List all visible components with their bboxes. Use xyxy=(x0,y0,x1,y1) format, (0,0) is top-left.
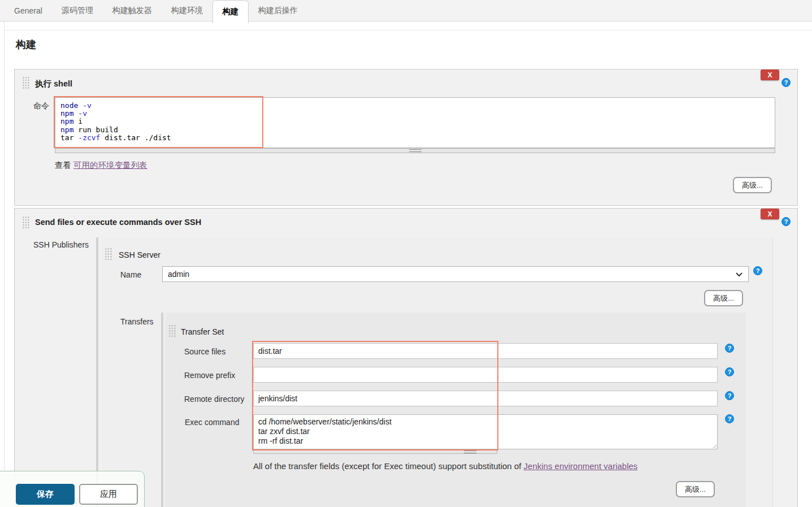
ssh-server-selected-value: admin xyxy=(168,270,189,279)
jenkins-job-config-page: General 源码管理 构建触发器 构建环境 构建 构建后操作 构建 执行 s… xyxy=(0,0,812,507)
source-files-label: Source files xyxy=(184,347,225,356)
transfer-set-panel xyxy=(166,313,746,507)
remote-directory-label: Remote directory xyxy=(184,395,245,404)
ssh-step-help-icon[interactable]: ? xyxy=(781,217,791,226)
drag-handle-icon[interactable] xyxy=(22,216,30,229)
drag-handle-icon[interactable] xyxy=(105,248,112,261)
drag-handle-icon[interactable] xyxy=(168,324,176,338)
shell-command-editor[interactable]: node -vnpm -vnpm inpm run buildtar -zcvf… xyxy=(55,97,775,148)
remote-directory-help-icon[interactable]: ? xyxy=(725,391,734,400)
transfer-substitution-note: All of the transfer fields (except for E… xyxy=(253,461,637,471)
ssh-publishers-nesting-bar xyxy=(96,237,98,507)
delete-shell-step-button[interactable]: X xyxy=(761,70,779,80)
config-tab-bar: General 源码管理 构建触发器 构建环境 构建 构建后操作 xyxy=(0,0,812,21)
delete-ssh-step-button[interactable]: X xyxy=(761,209,779,219)
ssh-server-advanced-button[interactable]: 高级... xyxy=(704,290,743,306)
remote-directory-input[interactable] xyxy=(253,391,718,406)
shell-step-title: 执行 shell xyxy=(35,79,72,89)
tab-build-triggers[interactable]: 构建触发器 xyxy=(103,0,162,21)
tab-build[interactable]: 构建 xyxy=(212,0,249,23)
transfer-set-title: Transfer Set xyxy=(181,327,224,336)
remove-prefix-label: Remove prefix xyxy=(184,371,235,380)
shell-advanced-button[interactable]: 高级... xyxy=(733,177,772,193)
exec-command-textarea[interactable]: cd /home/webserver/static/jenkins/dist t… xyxy=(253,414,718,449)
exec-command-help-icon[interactable]: ? xyxy=(725,414,734,423)
transfer-advanced-button[interactable]: 高级... xyxy=(676,481,715,497)
tab-general[interactable]: General xyxy=(5,0,52,21)
apply-button[interactable]: 应用 xyxy=(79,484,138,505)
env-variables-hint: 查看 可用的环境变量列表 xyxy=(55,160,147,171)
content-top-divider xyxy=(4,30,812,31)
transfers-nesting-bar xyxy=(161,313,163,507)
chevron-down-icon xyxy=(736,272,742,277)
ssh-step-title: Send files or execute commands over SSH xyxy=(35,218,201,227)
shell-command-label: 命令 xyxy=(33,101,49,111)
shell-editor-resize-bar[interactable] xyxy=(55,148,775,153)
shell-step-help-icon[interactable]: ? xyxy=(781,78,791,87)
ssh-server-name-label: Name xyxy=(120,270,141,279)
page-title: 构建 xyxy=(16,38,36,51)
remove-prefix-input[interactable] xyxy=(253,367,718,383)
jenkins-env-variables-link[interactable]: Jenkins environment variables xyxy=(524,461,638,471)
remove-prefix-help-icon[interactable]: ? xyxy=(725,367,734,376)
ssh-server-title: SSH Server xyxy=(119,250,160,259)
note-text: All of the transfer fields (except for E… xyxy=(253,461,524,471)
exec-textarea-resize-bar[interactable] xyxy=(253,449,497,454)
ssh-server-name-help-icon[interactable]: ? xyxy=(753,266,762,275)
content-left-divider xyxy=(4,21,5,507)
drag-handle-icon[interactable] xyxy=(22,76,30,90)
source-files-help-icon[interactable]: ? xyxy=(725,344,734,353)
save-apply-footer: 保存 应用 xyxy=(0,471,145,507)
resize-grip-icon xyxy=(464,450,476,453)
tab-source-management[interactable]: 源码管理 xyxy=(52,0,103,21)
save-button[interactable]: 保存 xyxy=(16,484,75,505)
resize-grip-icon xyxy=(409,149,422,152)
ssh-publishers-label: SSH Publishers xyxy=(33,240,89,249)
tab-build-environment[interactable]: 构建环境 xyxy=(162,0,212,21)
transfers-label: Transfers xyxy=(120,317,154,326)
ssh-server-name-select[interactable]: admin xyxy=(162,266,749,282)
env-variables-link[interactable]: 可用的环境变量列表 xyxy=(73,161,147,170)
source-files-input[interactable] xyxy=(253,343,718,359)
exec-command-label: Exec command xyxy=(185,418,239,427)
env-hint-prefix: 查看 xyxy=(55,161,73,170)
tab-post-build[interactable]: 构建后操作 xyxy=(249,0,307,21)
